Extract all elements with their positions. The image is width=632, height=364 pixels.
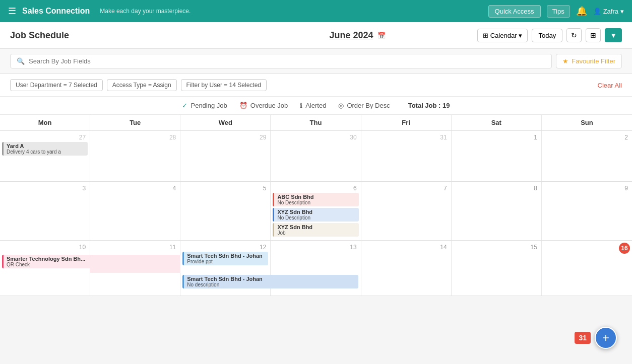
pending-job-toggle[interactable]: ✓ Pending Job — [182, 102, 227, 109]
user-dept-filter[interactable]: User Department = 7 Selected — [10, 79, 103, 91]
header-sun: Sun — [542, 115, 632, 130]
day-jun11[interactable]: 11 — [90, 241, 180, 296]
day-jun8[interactable]: 8 — [452, 182, 542, 240]
day-jun7[interactable]: 7 — [361, 182, 452, 240]
day-number: 11 — [92, 243, 178, 252]
fav-filter-label: Favourite Filter — [572, 57, 615, 65]
calendar-view-button[interactable]: ⊞ Calendar ▾ — [477, 29, 528, 42]
day-jun12[interactable]: 12 Smart Tech Sdn Bhd - Johan Provide pp… — [180, 241, 271, 296]
order-icon: ◎ — [338, 102, 344, 109]
day-number: 28 — [92, 133, 178, 142]
event-smarter-tech[interactable]: Smarter Technology Sdn Bh... QR Check — [2, 255, 90, 268]
day-number: 8 — [454, 184, 539, 193]
event-desc: Delivery 4 cars to yard a — [7, 149, 85, 155]
calendar-week-3: 10 Smarter Technology Sdn Bh... QR Check… — [0, 241, 632, 296]
day-jun15[interactable]: 15 — [452, 241, 542, 296]
day-number: 12 — [182, 243, 268, 252]
day-may31[interactable]: 31 — [361, 131, 452, 181]
day-jun6[interactable]: 6 ABC Sdn Bhd No Description XYZ Sdn Bhd… — [271, 182, 361, 240]
day-number: 5 — [182, 184, 268, 193]
calendar-header: Mon Tue Wed Thu Fri Sat Sun — [0, 115, 632, 131]
day-number: 27 — [2, 133, 88, 142]
event-abc-sdn-bhd[interactable]: ABC Sdn Bhd No Description — [273, 193, 358, 206]
quick-access-button[interactable]: Quick Access — [488, 5, 541, 18]
today-button[interactable]: Today — [532, 29, 562, 42]
day-jun14[interactable]: 14 — [361, 241, 452, 296]
event-title: XYZ Sdn Bhd — [277, 209, 355, 215]
pending-icon: ✓ — [182, 102, 187, 109]
overdue-label: Overdue Job — [250, 102, 288, 109]
day-number-highlighted: 16 — [619, 243, 630, 254]
menu-icon[interactable]: ☰ — [8, 6, 16, 17]
header-wed: Wed — [180, 115, 271, 130]
event-xyz-sdn-bhd-1[interactable]: XYZ Sdn Bhd No Description — [273, 208, 358, 222]
day-number: 13 — [273, 243, 358, 252]
search-bar: 🔍 ★ Favourite Filter — [0, 49, 632, 74]
order-by-desc-toggle[interactable]: ◎ Order By Desc — [338, 102, 390, 109]
filter-button[interactable]: ▼ — [605, 28, 622, 42]
calendar-week-2: 3 4 5 6 ABC Sdn Bhd No Description XYZ S… — [0, 182, 632, 241]
chevron-down-icon: ▾ — [519, 32, 522, 39]
day-jun1[interactable]: 1 — [452, 131, 542, 181]
top-navigation: ☰ Sales Connection Make each day your ma… — [0, 0, 632, 22]
day-may30[interactable]: 30 — [271, 131, 361, 181]
page-title: Job Schedule — [10, 30, 237, 41]
event-smarter-tech-cont[interactable] — [90, 255, 180, 273]
tips-button[interactable]: Tips — [547, 5, 570, 18]
day-may29[interactable]: 29 — [180, 131, 271, 181]
header-fri: Fri — [361, 115, 452, 130]
page-header: Job Schedule June 2024 📅 ⊞ Calendar ▾ To… — [0, 22, 632, 49]
refresh-button[interactable]: ↻ — [566, 28, 582, 42]
tagline: Make each day your masterpiece. — [100, 8, 482, 15]
clear-all-button[interactable]: Clear All — [598, 82, 622, 89]
bell-icon[interactable]: 🔔 — [576, 6, 587, 17]
search-input[interactable] — [29, 57, 545, 65]
day-jun4[interactable]: 4 — [90, 182, 180, 240]
day-may28[interactable]: 28 — [90, 131, 180, 181]
day-number: 15 — [454, 243, 539, 252]
favourite-filter-button[interactable]: ★ Favourite Filter — [556, 54, 622, 68]
filter-by-user[interactable]: Filter by User = 14 Selected — [181, 79, 267, 91]
search-input-container: 🔍 — [10, 54, 552, 68]
day-jun2[interactable]: 2 — [542, 131, 632, 181]
day-number: 31 — [363, 133, 449, 142]
event-smart-tech-johan-1[interactable]: Smart Tech Sdn Bhd - Johan Provide ppt — [182, 252, 268, 265]
event-desc: Provide ppt — [187, 259, 265, 264]
day-jun9[interactable]: 9 — [542, 182, 632, 240]
access-type-filter[interactable]: Access Type = Assign — [107, 79, 177, 91]
day-may27[interactable]: 27 Yard A Delivery 4 cars to yard a — [0, 131, 90, 181]
pending-label: Pending Job — [191, 102, 227, 109]
page-actions: ⊞ Calendar ▾ Today ↻ ⊞ ▼ — [477, 28, 622, 42]
calendar: Mon Tue Wed Thu Fri Sat Sun 27 Yard A De… — [0, 115, 632, 296]
calendar-week-1: 27 Yard A Delivery 4 cars to yard a 28 2… — [0, 131, 632, 182]
day-number: 9 — [544, 184, 630, 193]
alerted-label: Alerted — [305, 102, 326, 109]
event-desc: No Description — [277, 215, 355, 221]
alerted-toggle[interactable]: ℹ Alerted — [300, 102, 326, 109]
day-jun10[interactable]: 10 Smarter Technology Sdn Bh... QR Check — [0, 241, 90, 296]
overdue-icon: ⏰ — [239, 102, 247, 109]
event-title: Yard A — [7, 143, 85, 149]
user-menu[interactable]: 👤 Zafra ▾ — [593, 8, 624, 15]
brand-name: Sales Connection — [22, 7, 90, 16]
event-title: XYZ Sdn Bhd — [277, 224, 355, 230]
date-area: June 2024 📅 — [243, 30, 471, 41]
event-yard-a[interactable]: Yard A Delivery 4 cars to yard a — [2, 142, 88, 156]
event-title: Smart Tech Sdn Bhd - Johan — [187, 253, 265, 259]
day-jun3[interactable]: 3 — [0, 182, 90, 240]
total-jobs-count: Total Job : 19 — [408, 102, 450, 109]
day-jun16[interactable]: 16 — [542, 241, 632, 296]
calendar-view-label: Calendar — [490, 32, 517, 39]
grid-icon: ⊞ — [483, 32, 488, 39]
overdue-job-toggle[interactable]: ⏰ Overdue Job — [239, 102, 288, 109]
calendar-icon[interactable]: 📅 — [377, 32, 386, 39]
view-toggle-button[interactable]: ⊞ — [586, 28, 601, 42]
username-label: Zafra — [603, 8, 618, 15]
day-jun5[interactable]: 5 — [180, 182, 271, 240]
header-mon: Mon — [0, 115, 90, 130]
event-smart-tech-johan-2[interactable]: Smart Tech Sdn Bhd - Johan No descriptio… — [182, 275, 358, 288]
day-number: 6 — [273, 184, 358, 193]
current-date[interactable]: June 2024 — [329, 30, 373, 41]
event-xyz-sdn-bhd-2[interactable]: XYZ Sdn Bhd Job — [273, 223, 358, 237]
chevron-down-icon: ▾ — [620, 8, 624, 15]
